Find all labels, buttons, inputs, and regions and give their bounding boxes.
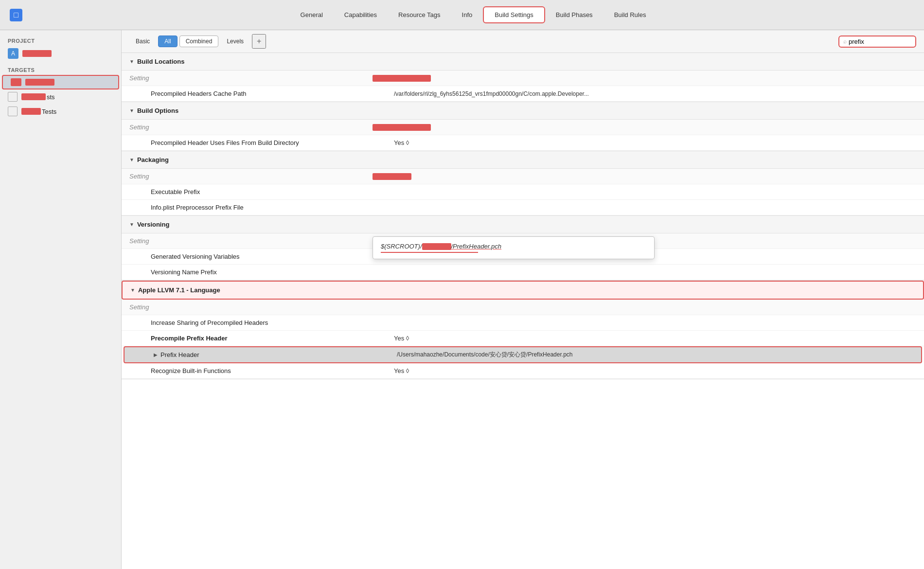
triangle-versioning-icon: ▼ [129, 222, 134, 227]
setting-name-infoplist: Info.plist Preprocessor Prefix File [151, 204, 394, 211]
tab-build-phases[interactable]: Build Phases [545, 7, 604, 22]
section-packaging: ▼ Packaging Setting Executable Prefix [122, 151, 924, 216]
setting-value-recognize-builtins: Yes ◊ [394, 367, 916, 374]
section-build-options-rows: Setting Precompiled Header Uses Files Fr… [122, 120, 924, 151]
setting-name-increase-sharing: Increase Sharing of Precompiled Headers [151, 319, 394, 326]
section-apple-llvm-title: Apple LLVM 7.1 - Language [138, 286, 220, 294]
sidebar-project-item[interactable]: A [0, 46, 121, 61]
row-prefix-header[interactable]: ▶ Prefix Header /Users/mahaozhe/Document… [124, 346, 922, 363]
app-container: General Capabilities Resource Tags Info … [0, 0, 924, 569]
section-apple-llvm-header[interactable]: ▼ Apple LLVM 7.1 - Language [122, 281, 924, 300]
sub-toolbar: Basic All Combined Levels + ⌕ [122, 30, 924, 53]
section-versioning: ▼ Versioning Setting $(SRCROOT)//PrefixH… [122, 216, 924, 281]
main-area: PROJECT A TARGETS sts [0, 30, 924, 569]
yes-stepper-builtins: Yes ◊ [394, 367, 409, 374]
tab-resource-tags[interactable]: Resource Tags [388, 7, 451, 22]
redacted-small-1 [373, 173, 411, 180]
project-item-label [22, 50, 52, 57]
section-versioning-title: Versioning [137, 221, 169, 228]
versioning-popup: $(SRCROOT)//PrefixHeader.pch [373, 236, 655, 260]
target-tests2-suffix: Tests [42, 108, 56, 115]
apple-llvm-header-row: Setting [122, 300, 924, 315]
popup-srcroot: $(SRCROOT)/ [381, 243, 422, 250]
targets-section-label: TARGETS [0, 65, 121, 75]
build-options-setting-value [373, 124, 916, 131]
setting-name-cache-path: Precompiled Headers Cache Path [151, 90, 394, 97]
triangle-apple-llvm-icon: ▼ [130, 287, 135, 293]
row-executable-prefix: Executable Prefix [122, 184, 924, 200]
section-build-options: ▼ Build Options Setting Precompiled Head… [122, 102, 924, 151]
packaging-header-row: Setting [122, 169, 924, 184]
section-build-options-title: Build Options [137, 107, 178, 114]
section-packaging-header[interactable]: ▼ Packaging [122, 151, 924, 169]
target-main-label [25, 79, 54, 86]
section-build-options-header[interactable]: ▼ Build Options [122, 102, 924, 120]
sidebar-target-tests1[interactable]: sts [0, 89, 121, 104]
section-build-locations-title: Build Locations [137, 58, 185, 65]
sidebar-target-main[interactable] [2, 75, 119, 89]
setting-value-precompile-prefix: Yes ◊ [394, 335, 916, 342]
setting-value-cache-path: /var/folders/rl/zlg_6yhs56125d_vrs1fmpd0… [394, 90, 916, 97]
popup-suffix: /PrefixHeader.pch [451, 243, 502, 250]
target-tests1-suffix: sts [47, 93, 55, 101]
section-apple-llvm-rows: Setting Increase Sharing of Precompiled … [122, 300, 924, 379]
setting-value-header [373, 74, 916, 82]
section-versioning-header[interactable]: ▼ Versioning [122, 216, 924, 233]
sub-tab-basic[interactable]: Basic [129, 36, 156, 47]
build-options-header-row: Setting [122, 120, 924, 135]
redacted-value-2 [373, 124, 431, 131]
sub-tab-levels[interactable]: Levels [220, 36, 250, 47]
content-area: Basic All Combined Levels + ⌕ ▼ Build Lo… [122, 30, 924, 569]
build-options-setting-label: Setting [129, 124, 373, 131]
tab-general[interactable]: General [290, 7, 334, 22]
section-packaging-title: Packaging [137, 156, 169, 163]
prefix-header-label: Prefix Header [160, 351, 199, 358]
row-recognize-builtins: Recognize Built-in Functions Yes ◊ [122, 363, 924, 379]
section-build-locations-rows: Setting Precompiled Headers Cache Path /… [122, 71, 924, 102]
packaging-setting-value [373, 173, 916, 180]
toolbar: General Capabilities Resource Tags Info … [0, 0, 924, 30]
setting-name-prefix-header: ▶ Prefix Header [154, 351, 397, 358]
row-precompile-prefix-header: Precompile Prefix Header Yes ◊ [122, 331, 924, 346]
triangle-build-options-icon: ▼ [129, 108, 134, 113]
tab-build-settings[interactable]: Build Settings [483, 6, 545, 23]
popup-redacted [422, 243, 451, 250]
search-box[interactable]: ⌕ [838, 36, 916, 48]
sub-tab-all[interactable]: All [158, 36, 177, 47]
toolbar-left [10, 9, 22, 21]
setting-name-exec-prefix: Executable Prefix [151, 188, 394, 196]
project-section-label: PROJECT [0, 36, 121, 46]
apple-llvm-setting-label: Setting [129, 303, 373, 311]
versioning-header-row: Setting $(SRCROOT)//PrefixHeader.pch [122, 233, 924, 249]
section-packaging-rows: Setting Executable Prefix Info.plist Pre… [122, 169, 924, 215]
project-icon [10, 9, 22, 21]
setting-name-recognize-builtins: Recognize Built-in Functions [151, 367, 394, 374]
search-icon: ⌕ [843, 38, 847, 45]
row-versioning-name-prefix: Versioning Name Prefix [122, 265, 924, 280]
search-input[interactable] [849, 38, 911, 45]
setting-value-prefix-header: /Users/mahaozhe/Documents/code/安心贷/安心贷/P… [397, 351, 913, 359]
popup-underline [381, 252, 478, 253]
section-build-locations: ▼ Build Locations Setting [122, 53, 924, 102]
triangle-icon: ▼ [129, 59, 134, 64]
tab-capabilities[interactable]: Capabilities [334, 7, 388, 22]
sidebar-target-tests2[interactable]: Tests [0, 104, 121, 119]
row-increase-sharing: Increase Sharing of Precompiled Headers [122, 315, 924, 331]
add-setting-button[interactable]: + [252, 34, 266, 49]
build-locations-header-row: Setting [122, 71, 924, 86]
triangle-packaging-icon: ▼ [129, 157, 134, 162]
section-build-locations-header[interactable]: ▼ Build Locations [122, 53, 924, 71]
sub-tab-combined[interactable]: Combined [179, 36, 219, 47]
setting-name-versioning-vars: Generated Versioning Variables [151, 253, 394, 260]
setting-name-precompile-prefix: Precompile Prefix Header [151, 335, 394, 342]
setting-name-versioning-prefix: Versioning Name Prefix [151, 268, 394, 276]
packaging-setting-label: Setting [129, 173, 373, 180]
setting-name-precompiled-build: Precompiled Header Uses Files From Build… [151, 139, 394, 146]
row-precompiled-header-build-dir: Precompiled Header Uses Files From Build… [122, 135, 924, 151]
tab-info[interactable]: Info [451, 7, 483, 22]
tab-build-rules[interactable]: Build Rules [604, 7, 657, 22]
settings-content: ▼ Build Locations Setting [122, 53, 924, 569]
target-tests1-label [21, 93, 46, 100]
target-tests2-label [21, 108, 41, 115]
redacted-value [373, 75, 431, 82]
